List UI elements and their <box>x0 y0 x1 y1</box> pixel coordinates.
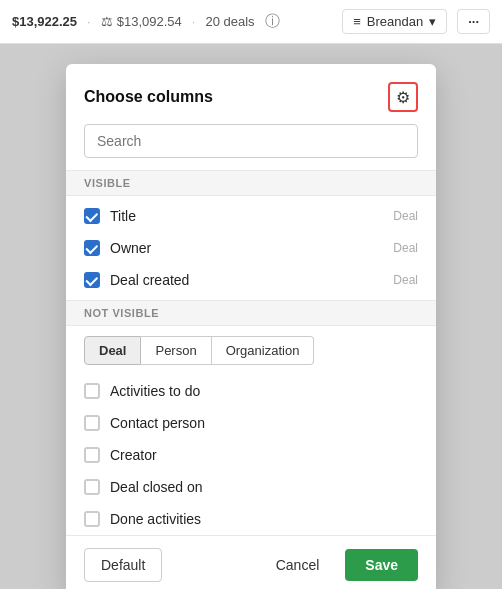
not-visible-columns-list: Activities to do Contact person Creator … <box>66 375 436 536</box>
column-row-left: Deal created <box>84 272 189 288</box>
deals-count: 20 deals <box>205 14 254 29</box>
divider-2: · <box>192 14 196 29</box>
column-label: Done activities <box>110 511 201 527</box>
not-visible-section-label: NOT VISIBLE <box>66 300 436 326</box>
visible-columns-list: Title Deal Owner Deal Deal created Deal <box>66 196 436 300</box>
column-checkbox[interactable] <box>84 272 100 288</box>
more-menu-button[interactable]: ··· <box>457 9 490 34</box>
visible-section-label: VISIBLE <box>66 170 436 196</box>
column-label: Deal created <box>110 272 189 288</box>
footer-right-buttons: Cancel Save <box>260 549 418 581</box>
choose-columns-modal: Choose columns ⚙ VISIBLE Title Deal Owne… <box>66 64 436 589</box>
not-visible-column-row[interactable]: Activities to do <box>66 375 436 407</box>
tab-group: DealPersonOrganization <box>66 326 436 375</box>
visible-column-row[interactable]: Title Deal <box>66 200 436 232</box>
column-checkbox[interactable] <box>84 479 100 495</box>
divider-1: · <box>87 14 91 29</box>
column-row-left: Owner <box>84 240 151 256</box>
username: Breandan <box>367 14 423 29</box>
modal-header: Choose columns ⚙ <box>66 64 436 124</box>
visible-column-row[interactable]: Owner Deal <box>66 232 436 264</box>
top-bar: $13,922.25 · ⚖ $13,092.54 · 20 deals ⓘ ≡… <box>0 0 502 44</box>
column-row-left: Activities to do <box>84 383 200 399</box>
modal-backdrop: Choose columns ⚙ VISIBLE Title Deal Owne… <box>0 44 502 589</box>
search-section <box>66 124 436 170</box>
column-label: Creator <box>110 447 157 463</box>
column-checkbox[interactable] <box>84 383 100 399</box>
total-amount: $13,922.25 <box>12 14 77 29</box>
column-row-left: Contact person <box>84 415 205 431</box>
save-button[interactable]: Save <box>345 549 418 581</box>
not-visible-column-row[interactable]: Contact person <box>66 407 436 439</box>
column-label: Owner <box>110 240 151 256</box>
default-button[interactable]: Default <box>84 548 162 582</box>
settings-button[interactable]: ⚙ <box>388 82 418 112</box>
tab-deal[interactable]: Deal <box>84 336 141 365</box>
gear-icon: ⚙ <box>396 88 410 107</box>
tab-organization[interactable]: Organization <box>212 336 315 365</box>
column-label: Contact person <box>110 415 205 431</box>
visible-column-row[interactable]: Deal created Deal <box>66 264 436 296</box>
cancel-button[interactable]: Cancel <box>260 549 336 581</box>
chevron-down-icon: ▾ <box>429 14 436 29</box>
balance-amount: $13,092.54 <box>117 14 182 29</box>
filter-icon: ≡ <box>353 14 361 29</box>
column-row-left: Creator <box>84 447 157 463</box>
column-checkbox[interactable] <box>84 447 100 463</box>
column-label: Activities to do <box>110 383 200 399</box>
tab-person[interactable]: Person <box>141 336 211 365</box>
column-row-left: Deal closed on <box>84 479 203 495</box>
column-checkbox[interactable] <box>84 208 100 224</box>
column-tag: Deal <box>393 273 418 287</box>
column-label: Deal closed on <box>110 479 203 495</box>
column-checkbox[interactable] <box>84 240 100 256</box>
not-visible-column-row[interactable]: Creator <box>66 439 436 471</box>
column-checkbox[interactable] <box>84 511 100 527</box>
modal-title: Choose columns <box>84 88 213 106</box>
info-icon[interactable]: ⓘ <box>265 12 280 31</box>
column-checkbox[interactable] <box>84 415 100 431</box>
column-tag: Deal <box>393 241 418 255</box>
column-label: Title <box>110 208 136 224</box>
not-visible-column-row[interactable]: Deal closed on <box>66 471 436 503</box>
column-tag: Deal <box>393 209 418 223</box>
column-row-left: Done activities <box>84 511 201 527</box>
search-input[interactable] <box>84 124 418 158</box>
modal-footer: Default Cancel Save <box>66 536 436 589</box>
user-menu[interactable]: ≡ Breandan ▾ <box>342 9 447 34</box>
column-row-left: Title <box>84 208 136 224</box>
balance-section: ⚖ $13,092.54 <box>101 14 182 29</box>
not-visible-column-row[interactable]: Done activities <box>66 503 436 535</box>
balance-icon: ⚖ <box>101 14 113 29</box>
